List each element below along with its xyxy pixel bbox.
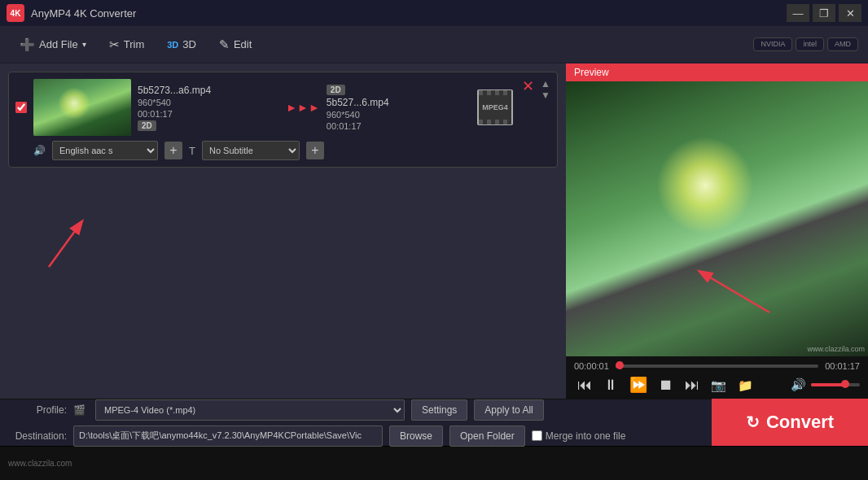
scroll-up-button[interactable]: ▲ <box>541 79 550 89</box>
profile-select[interactable]: MPEG-4 Video (*.mp4) <box>95 399 405 421</box>
3d-label: 3D <box>182 38 196 50</box>
file-item: 5b5273...a6.mp4 960*540 00:01:17 2D ►►► … <box>8 72 558 168</box>
trim-button[interactable]: ✂ Trim <box>99 33 155 56</box>
gpu-badges: NVIDIA intel AMD <box>753 37 858 52</box>
trim-label: Trim <box>124 38 145 50</box>
intel-badge: intel <box>796 37 824 52</box>
remove-file-button[interactable]: ✕ <box>522 79 534 94</box>
merge-label: Merge into one file <box>546 430 626 442</box>
stop-button[interactable]: ⏹ <box>655 376 677 394</box>
film-text: MPEG4 <box>482 103 508 111</box>
statusbar: www.clazzila.com <box>0 446 868 480</box>
scroll-arrows: ▲ ▼ <box>541 79 550 100</box>
volume-area: 🔊 <box>791 377 860 392</box>
file-item-top: 5b5273...a6.mp4 960*540 00:01:17 2D ►►► … <box>15 79 550 136</box>
edit-button[interactable]: ✎ Edit <box>209 33 261 56</box>
amd-badge: AMD <box>827 37 858 52</box>
folder-button[interactable]: 📁 <box>734 377 756 393</box>
file-input-info: 5b5273...a6.mp4 960*540 00:01:17 2D <box>138 85 279 131</box>
volume-icon: 🔊 <box>791 377 806 392</box>
edit-icon: ✎ <box>219 37 230 52</box>
add-subtitle-button[interactable]: + <box>306 142 324 159</box>
volume-slider[interactable] <box>811 383 860 386</box>
titlebar: 4K AnyMP4 4K Converter — ❐ ✕ <box>0 0 868 26</box>
destination-input[interactable] <box>73 425 383 447</box>
progress-bar[interactable] <box>616 364 818 368</box>
volume-fill <box>811 383 845 386</box>
apply-all-button[interactable]: Apply to All <box>474 399 543 421</box>
browse-button[interactable]: Browse <box>389 425 443 447</box>
merge-option: Merge into one file <box>532 430 626 442</box>
app-logo: 4K <box>7 4 24 22</box>
trim-icon: ✂ <box>109 37 120 52</box>
film-strip: MPEG4 <box>477 89 513 125</box>
progress-row: 00:00:01 00:01:17 <box>574 361 860 371</box>
3d-icon: 3D <box>167 40 178 50</box>
thumbnail-image <box>33 79 131 136</box>
preview-label: Preview <box>574 67 609 78</box>
convert-arrows: ►►► <box>286 101 320 114</box>
output-duration: 00:01:17 <box>327 121 468 131</box>
add-file-dropdown-icon: ▾ <box>82 40 86 49</box>
nvidia-badge: NVIDIA <box>753 37 792 52</box>
file-output-info: 2D 5b527...6.mp4 960*540 00:01:17 <box>327 85 468 131</box>
preview-arrow <box>566 81 868 356</box>
controls-row: ⏮ ⏸ ⏩ ⏹ ⏭ 📷 📁 🔊 <box>574 376 860 394</box>
add-file-label: Add File <box>39 38 78 50</box>
app-title: AnyMP4 4K Converter <box>31 7 787 20</box>
convert-icon: ↻ <box>746 412 760 432</box>
output-filename: 5b527...6.mp4 <box>327 97 468 108</box>
screenshot-button[interactable]: 📷 <box>708 377 730 393</box>
time-total: 00:01:17 <box>825 361 860 371</box>
file-thumbnail <box>33 79 131 136</box>
skip-start-button[interactable]: ⏮ <box>574 376 595 394</box>
subtitle-select[interactable]: No Subtitle <box>202 141 300 160</box>
status-text: www.clazzila.com <box>8 459 72 468</box>
input-duration: 00:01:17 <box>138 109 279 119</box>
audio-track-select[interactable]: English aac s <box>52 141 158 160</box>
destination-label: Destination: <box>10 430 67 442</box>
fast-forward-button[interactable]: ⏩ <box>626 376 651 394</box>
skip-end-button[interactable]: ⏭ <box>682 376 703 394</box>
scroll-down-button[interactable]: ▼ <box>541 90 550 100</box>
player-controls: 00:00:01 00:01:17 ⏮ ⏸ ⏩ ⏹ ⏭ 📷 📁 🔊 <box>566 356 868 399</box>
logo-text: 4K <box>11 9 21 18</box>
audio-icon: 🔊 <box>33 145 46 156</box>
output-badge: 2D <box>327 85 345 95</box>
output-resolution: 960*540 <box>327 110 468 120</box>
volume-thumb <box>841 380 849 388</box>
add-file-icon: ➕ <box>20 37 35 52</box>
convert-button[interactable]: ↻ Convert <box>712 399 868 446</box>
window-controls: — ❐ ✕ <box>787 4 861 22</box>
time-current: 00:00:01 <box>574 361 609 371</box>
output-format-icon: MPEG4 <box>475 89 515 125</box>
minimize-button[interactable]: — <box>787 4 809 22</box>
maximize-button[interactable]: ❐ <box>813 4 835 22</box>
add-file-button[interactable]: ➕ Add File ▾ <box>10 33 96 56</box>
settings-button[interactable]: Settings <box>411 399 467 421</box>
toolbar: ➕ Add File ▾ ✂ Trim 3D 3D ✎ Edit NVIDIA … <box>0 26 868 63</box>
pause-button[interactable]: ⏸ <box>600 376 621 394</box>
watermark: www.clazzila.com <box>807 345 865 353</box>
intel-label: intel <box>803 40 817 50</box>
3d-button[interactable]: 3D 3D <box>157 34 206 55</box>
preview-video: www.clazzila.com <box>566 81 868 356</box>
progress-thumb <box>616 361 624 369</box>
open-folder-button[interactable]: Open Folder <box>449 425 525 447</box>
file-list-panel: 5b5273...a6.mp4 960*540 00:01:17 2D ►►► … <box>0 63 566 399</box>
file-checkbox[interactable] <box>15 102 27 113</box>
main-content: 5b5273...a6.mp4 960*540 00:01:17 2D ►►► … <box>0 63 868 399</box>
profile-icon: 🎬 <box>73 404 85 416</box>
add-audio-button[interactable]: + <box>164 142 182 159</box>
convert-area: ↻ Convert <box>712 399 868 446</box>
profile-label: Profile: <box>10 404 67 416</box>
preview-header: Preview <box>566 63 868 81</box>
edit-label: Edit <box>234 38 252 50</box>
nvidia-label: NVIDIA <box>761 40 785 50</box>
preview-panel: Preview www.clazzila.com 00:00:01 <box>566 63 868 399</box>
merge-checkbox[interactable] <box>532 430 542 441</box>
file-item-bottom: 🔊 English aac s + T No Subtitle + <box>15 141 550 160</box>
close-button[interactable]: ✕ <box>839 4 861 22</box>
amd-label: AMD <box>835 40 851 50</box>
convert-label: Convert <box>766 412 834 433</box>
